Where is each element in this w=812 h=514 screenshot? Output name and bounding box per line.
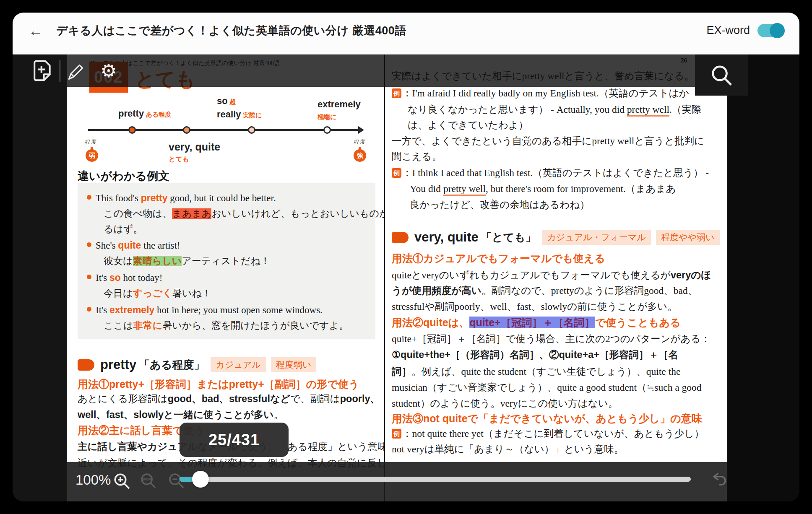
body-line: musician（すごい音楽家でしょう）、quite a good studen…	[392, 381, 702, 394]
body-line: ①quite+the+［（形容詞）名詞］、②quite+a+［形容詞］＋［名	[392, 348, 678, 361]
zoom-reset-button[interactable]: 100%	[138, 470, 159, 491]
zoom-reset-icon: 100%	[138, 470, 158, 491]
body-line: は、よくできていたわよ）	[408, 118, 528, 132]
usage-heading: 用法①カジュアルでもフォーマルでも使える	[392, 252, 605, 265]
example-translation: 今日はすっごく暑いね！	[104, 287, 211, 300]
search-icon	[708, 62, 734, 88]
body-line: あとにくる形容詞はgood、bad、stressfulなどで、副詞はpoorly…	[78, 392, 380, 405]
back-arrow-icon[interactable]: ←	[29, 23, 43, 38]
word-section-header: very, quite 「とても」 カジュアル・フォーマル 程度やや弱い	[392, 230, 725, 245]
body-line: quite+［冠詞］＋［名詞］で使う場合、主に次の2つのパターンがある：	[392, 332, 710, 345]
svg-text:100%: 100%	[142, 477, 152, 481]
degree-label-strong: 程度	[354, 138, 366, 146]
zoom-bar: 100% 100%	[67, 462, 727, 501]
section-marker-icon	[78, 359, 94, 371]
usage-heading-highlighted: 用法②quiteは、quite+［冠詞］＋［名詞］で使うこともある	[392, 316, 681, 330]
headword-meaning: 「とても」	[481, 230, 536, 245]
scale-label-extremely: extremely	[318, 99, 361, 109]
page-indicator-badge: 25/431	[180, 423, 289, 457]
zoom-in-button[interactable]	[112, 470, 132, 491]
section-marker-icon	[392, 232, 409, 243]
body-line: stressfulや副詞poorly、well、fast、slowlyの前に使う…	[392, 300, 677, 313]
degree-tag: 程度弱い	[271, 357, 317, 372]
topbar-right-group: EX-word	[706, 24, 783, 37]
bullet-icon	[87, 275, 91, 279]
headword: pretty	[100, 357, 136, 372]
toggle-knob-icon	[770, 23, 785, 38]
example-translation: ここは非常に暑いから、窓を開けたほうが良いですよ。	[104, 319, 349, 332]
body-line: 一方で、よくできたという自覚のある相手にpretty wellと言うと批判に	[392, 134, 704, 148]
scale-dot-pretty	[128, 126, 136, 134]
example-sentence: It's extremely hot in here; you must ope…	[96, 304, 323, 317]
undo-arrow-icon	[710, 470, 729, 488]
scale-dot-soreally	[248, 126, 255, 134]
top-bar: ← デキる人はここで差がつく！よく似た英単語の使い分け 厳選400語 EX-wo…	[13, 13, 799, 55]
scale-label-really: really	[217, 109, 241, 119]
scale-arrowhead-icon	[358, 126, 364, 134]
reader-app: ← デキる人はここで差がつく！よく似た英単語の使い分け 厳選400語 EX-wo…	[13, 13, 799, 501]
bullet-icon	[87, 195, 91, 200]
example-translation: 彼女は素晴らしいアーティストだね！	[104, 254, 270, 267]
bullet-icon	[87, 307, 91, 312]
body-line: 例：not quite there yet（まだそこに到着していないが、あともう…	[392, 427, 704, 440]
degree-tag: 程度やや弱い	[656, 230, 719, 245]
exword-toggle[interactable]	[757, 24, 783, 37]
search-button[interactable]	[695, 55, 748, 96]
body-line: 例：I think I aced that English test.（英語のテ…	[392, 166, 709, 179]
scale-dot-veryquite	[183, 126, 190, 134]
body-line: 詞］。例えば、quite the student（すごい生徒でしょう）、quit…	[392, 365, 680, 378]
pencil-marker-button[interactable]	[66, 62, 85, 82]
examples-box: This food's pretty good, but it could be…	[78, 183, 375, 339]
example-sentence: This food's pretty good, but it could be…	[96, 192, 276, 205]
exword-label: EX-word	[706, 24, 750, 37]
left-toolbar	[13, 55, 67, 501]
scale-dot-extremely	[323, 126, 331, 134]
headword: very, quite	[414, 230, 479, 245]
page-top-dim-overlay	[67, 55, 695, 87]
examples-section-title: 違いがわかる例文	[78, 169, 169, 184]
usage-heading: 用法③not quiteで「まだできていないが、あともう少し」の意味	[392, 412, 702, 426]
add-page-icon	[30, 59, 54, 82]
body-line: quiteとveryのいずれもカジュアルでもフォーマルでも使えるがveryのほ	[392, 268, 711, 282]
headword-meaning: 「ある程度」	[139, 358, 205, 372]
degree-badge-weak: 弱	[86, 149, 98, 162]
scale-label-so: so	[217, 96, 228, 106]
body-line: well、fast、slowlyと一緒に使うことが多い。	[78, 408, 284, 421]
zoom-in-icon	[112, 470, 132, 491]
add-note-page-button[interactable]	[30, 59, 54, 82]
scale-label-pretty: pretty	[118, 108, 144, 119]
example-translation: この食べ物は、まあまあおいしいけれど、もっとおいしいものがあ	[104, 207, 384, 220]
pencil-icon	[66, 62, 85, 82]
example-sentence: It's so hot today!	[96, 271, 162, 284]
body-line: なり良くなかったと思います） - Actually, you did prett…	[408, 103, 701, 116]
toolbar-divider	[60, 60, 60, 82]
example-translation: るはず。	[104, 223, 143, 236]
settings-button[interactable]: ⚙	[99, 61, 118, 81]
zoom-level-label: 100%	[75, 472, 111, 488]
bullet-icon	[87, 242, 91, 247]
degree-badge-strong: 強	[354, 149, 366, 162]
body-line: not veryは単純に「あまり～（ない）」という意味。	[392, 442, 624, 456]
scale-label-very-quite: very, quite	[169, 141, 220, 153]
gear-icon: ⚙	[100, 60, 117, 81]
register-tag: カジュアル	[211, 357, 265, 372]
book-title: デキる人はここで差がつく！よく似た英単語の使い分け 厳選400語	[56, 23, 406, 38]
example-sentence: She's quite the artist!	[96, 239, 180, 252]
book-page-right: 26 実際はよくできていた相手にpretty wellと言うと、誉め言葉になる。…	[385, 55, 727, 501]
undo-button[interactable]	[710, 470, 729, 488]
zoom-slider[interactable]	[180, 477, 691, 482]
body-line: 聞こえる。	[392, 150, 442, 163]
body-line: 例：I'm afraid I did really badly on my En…	[392, 86, 689, 100]
word-section-header: pretty 「ある程度」 カジュアル 程度弱い	[78, 357, 321, 372]
body-line: 良かったけど、改善の余地はあるわね）	[410, 198, 590, 211]
body-line: You did pretty well, but there's room fo…	[410, 182, 676, 195]
register-tag: カジュアル・フォーマル	[542, 230, 651, 245]
usage-heading: 用法①pretty+［形容詞］またはpretty+［副詞］の形で使う	[78, 377, 359, 391]
zoom-slider-thumb[interactable]	[192, 471, 209, 488]
book-viewer: 25デキる人はここで差がつく！よく似た英単語の使い分け 厳選400語 002 と…	[13, 55, 799, 501]
body-line: うが使用頻度が高い。副詞なので、prettyのように形容詞good、bad、	[392, 284, 697, 297]
degree-label-weak: 程度	[85, 138, 97, 146]
body-line: student）のように使う。veryにこの使い方はない。	[392, 397, 618, 410]
